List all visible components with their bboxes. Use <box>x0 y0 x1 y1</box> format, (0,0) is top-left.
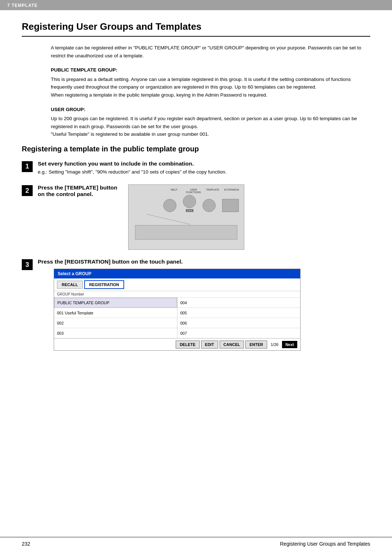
step-3: 3 Press the [REGISTRATION] button on the… <box>22 258 370 351</box>
delete-button[interactable]: DELETE <box>176 341 199 349</box>
control-panel: HELP USER FUNCTIONS TEMPLATE EXTENSION <box>128 184 244 250</box>
template-button[interactable] <box>203 199 216 212</box>
page-title: Registering User Groups and Templates <box>22 21 370 37</box>
tab-registration[interactable]: REGISTRATION <box>84 280 124 289</box>
extension-label: EXTENSION <box>224 188 239 191</box>
step-1: 1 Set every function you want to include… <box>22 160 370 176</box>
list-item[interactable]: PUBLIC TEMPLATE GROUP <box>54 298 177 308</box>
svg-line-0 <box>147 214 190 224</box>
list-item[interactable]: 005 <box>177 308 301 318</box>
step-3-panel-area: Select a GROUP RECALL REGISTRATION GROUP… <box>54 269 370 351</box>
user-functions-button[interactable] <box>183 195 196 208</box>
header-bar: 7 TEMPLATE <box>0 0 392 10</box>
list-item[interactable]: 002 <box>54 318 177 328</box>
list-item[interactable]: 006 <box>177 318 301 328</box>
left-column: PUBLIC TEMPLATE GROUP 001 Useful Templat… <box>54 298 177 338</box>
footer-page-number: 232 <box>22 541 30 547</box>
public-template-group-heading: PUBLIC TEMPLATE GROUP: <box>51 66 370 74</box>
step-1-title: Set every function you want to include i… <box>38 160 370 167</box>
section-title: Registering a template in the public tem… <box>22 145 370 153</box>
touch-panel-footer: DELETE EDIT CANCEL ENTER 1/26 Next <box>54 338 300 350</box>
list-item[interactable]: 004 <box>177 298 301 308</box>
step-2: 2 Press the [TEMPLATE] buttonon the cont… <box>22 184 370 250</box>
right-column: 004 005 006 007 <box>177 298 301 338</box>
step-1-number: 1 <box>22 161 33 172</box>
step-1-desc: e.g.: Setting "Image shift", "90% reduct… <box>38 168 370 176</box>
step-2-content: Press the [TEMPLATE] buttonon the contro… <box>38 184 370 250</box>
list-item[interactable]: 003 <box>54 328 177 338</box>
list-item[interactable]: 001 Useful Template <box>54 308 177 318</box>
help-button[interactable] <box>163 199 176 212</box>
group-number-label: GROUP Number <box>54 291 300 298</box>
public-template-group-text: This is prepared as a default setting. A… <box>51 76 370 99</box>
control-panel-image: HELP USER FUNCTIONS TEMPLATE EXTENSION <box>128 184 244 250</box>
next-button[interactable]: Next <box>282 341 297 348</box>
header-tab-label: 7 TEMPLATE <box>7 3 38 8</box>
intro-text: A template can be registered either in "… <box>51 44 370 60</box>
touch-panel-header: Select a GROUP <box>54 269 300 278</box>
user-group-text: Up to 200 groups can be registered. It i… <box>51 115 370 138</box>
enter-button[interactable]: ENTER <box>245 341 267 349</box>
main-content: Registering User Groups and Templates A … <box>0 10 392 381</box>
footer-title: Registering User Groups and Templates <box>280 541 370 547</box>
badge-123: 1 2 3 <box>186 209 193 212</box>
user-group-heading: USER GROUP: <box>51 106 370 114</box>
step-2-layout: Press the [TEMPLATE] buttonon the contro… <box>38 184 370 250</box>
step-3-content: Press the [REGISTRATION] button on the t… <box>38 258 370 351</box>
help-label: HELP <box>171 188 177 191</box>
step-2-number: 2 <box>22 185 33 196</box>
template-label: TEMPLATE <box>206 188 219 191</box>
tab-recall[interactable]: RECALL <box>57 281 83 289</box>
user-group-block: USER GROUP: Up to 200 groups can be regi… <box>51 106 370 138</box>
page-info: 1/26 <box>271 342 278 347</box>
public-template-group-block: PUBLIC TEMPLATE GROUP: This is prepared … <box>51 66 370 99</box>
step-2-text-block: Press the [TEMPLATE] buttonon the contro… <box>38 184 117 199</box>
step-3-title: Press the [REGISTRATION] button on the t… <box>38 258 370 265</box>
step-2-title: Press the [TEMPLATE] buttonon the contro… <box>38 184 117 197</box>
panel-indicator-line <box>147 214 219 225</box>
step-1-content: Set every function you want to include i… <box>38 160 370 176</box>
step-3-number: 3 <box>22 259 33 270</box>
cancel-button[interactable]: CANCEL <box>220 341 244 349</box>
touch-panel: Select a GROUP RECALL REGISTRATION GROUP… <box>54 269 301 351</box>
list-item[interactable]: 007 <box>177 328 301 338</box>
page-footer: 232 Registering User Groups and Template… <box>0 537 392 547</box>
user-functions-sublabel: FUNCTIONS <box>186 191 201 194</box>
user-functions-label: USER <box>190 188 197 191</box>
touch-panel-rows: PUBLIC TEMPLATE GROUP 001 Useful Templat… <box>54 298 300 338</box>
edit-button[interactable]: EDIT <box>201 341 218 349</box>
extension-button[interactable] <box>222 199 239 212</box>
touch-panel-tabs: RECALL REGISTRATION <box>54 278 300 291</box>
panel-bottom-area <box>135 225 237 240</box>
